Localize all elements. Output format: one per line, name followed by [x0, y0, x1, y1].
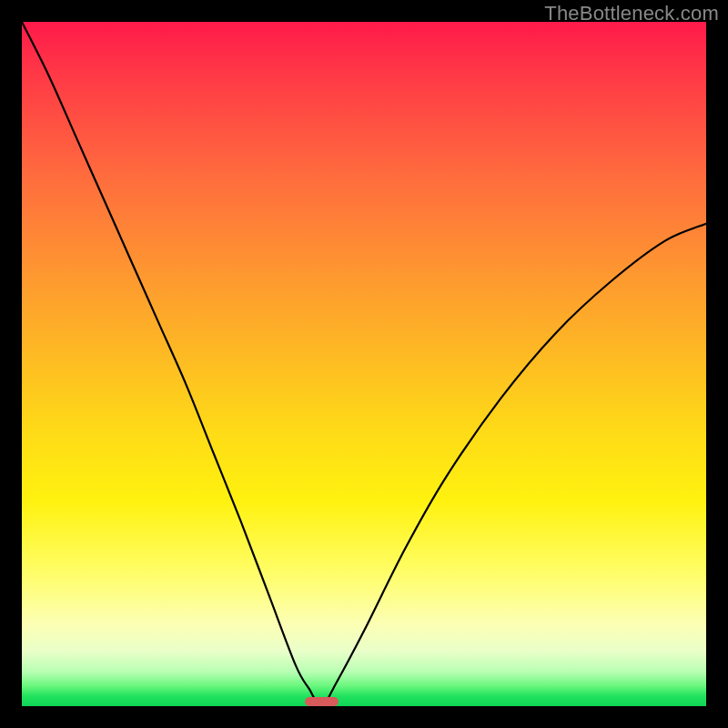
plot-area [22, 22, 706, 706]
curve-svg [22, 22, 706, 706]
bottleneck-curve-path [22, 22, 706, 706]
minimum-marker [305, 697, 339, 706]
outer-frame: TheBottleneck.com [0, 0, 728, 728]
